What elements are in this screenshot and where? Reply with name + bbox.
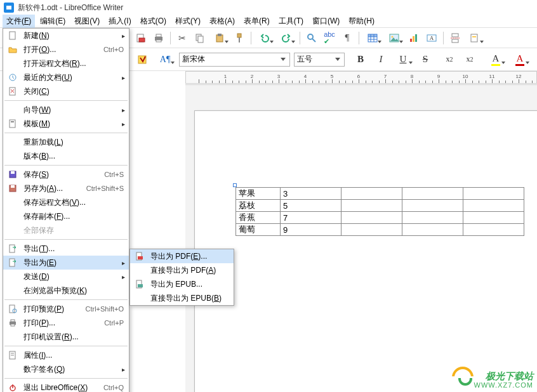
table-cell[interactable] — [341, 200, 402, 212]
bold-button[interactable]: B — [352, 52, 369, 67]
menu-styles[interactable]: 样式(Y) — [171, 15, 204, 28]
strike-button[interactable]: S — [417, 52, 434, 67]
submenu-export-epub[interactable]: 导出为 EPUB... — [130, 277, 234, 291]
insert-field-icon[interactable] — [465, 30, 484, 46]
menu-file[interactable]: 文件(F) — [3, 15, 35, 28]
italic-button[interactable]: I — [373, 52, 389, 67]
menu-properties[interactable]: 属性(I)... — [3, 348, 129, 362]
document-table[interactable]: 苹果3荔枝5香蕉7葡萄9 — [235, 187, 524, 236]
table-cell[interactable]: 9 — [281, 224, 341, 236]
table-cell[interactable] — [463, 200, 524, 212]
insert-textbox-icon[interactable]: A — [424, 30, 439, 46]
menu-wizard[interactable]: 向导(W)▸ — [3, 103, 129, 117]
folder-open-icon — [7, 44, 18, 55]
menu-open[interactable]: 打开(O)...Ctrl+O — [3, 42, 129, 56]
insert-pagebreak-icon[interactable] — [448, 30, 463, 46]
table-cell[interactable] — [402, 200, 463, 212]
menu-view[interactable]: 视图(V) — [70, 15, 103, 28]
submenu-direct-epub[interactable]: 直接导出为 EPUB(B) — [130, 291, 234, 305]
paste-icon[interactable] — [210, 30, 229, 46]
menu-save[interactable]: 保存(S)Ctrl+S — [3, 167, 129, 181]
document-area[interactable]: 苹果3荔枝5香蕉7葡萄9 — [185, 85, 537, 392]
submenu-direct-pdf[interactable]: 直接导出为 PDF(A) — [130, 263, 234, 277]
separator — [4, 346, 128, 346]
table-row[interactable]: 葡萄9 — [236, 224, 524, 236]
superscript-button[interactable]: x2 — [441, 52, 458, 67]
subscript-button[interactable]: x2 — [461, 52, 478, 67]
table-cell[interactable] — [341, 212, 402, 224]
menu-preview-browser[interactable]: 在浏览器中预览(K) — [3, 284, 129, 297]
menu-table[interactable]: 表格(A) — [206, 15, 239, 28]
menu-template[interactable]: 模板(M)▸ — [3, 117, 129, 131]
new-style-icon[interactable]: A¶ — [155, 52, 175, 67]
table-cell[interactable]: 7 — [281, 212, 341, 224]
menu-close[interactable]: 关闭(C) — [3, 84, 129, 98]
menu-form[interactable]: 表单(R) — [240, 15, 274, 28]
menu-save-copy[interactable]: 保存副本(F)... — [3, 209, 129, 223]
redo-icon[interactable] — [277, 30, 296, 46]
underline-button[interactable]: U — [393, 52, 413, 67]
font-name-combo[interactable]: 新宋体 — [179, 53, 290, 67]
power-icon — [7, 382, 18, 392]
copy-icon[interactable] — [192, 30, 208, 46]
menu-version[interactable]: 版本(B)... — [3, 149, 129, 163]
menu-open-remote[interactable]: 打开远程文档(R)... — [3, 56, 129, 70]
clone-format-icon[interactable] — [232, 30, 247, 46]
menu-save-remote[interactable]: 保存远程文档(V)... — [3, 195, 129, 209]
menu-printer-settings[interactable]: 打印机设置(R)... — [3, 330, 129, 344]
insert-table-icon[interactable] — [363, 30, 382, 46]
menu-tools[interactable]: 工具(T) — [275, 15, 307, 28]
svg-rect-10 — [239, 37, 240, 42]
menu-reload[interactable]: 重新加载(L) — [3, 135, 129, 149]
menu-send[interactable]: 发送(D)▸ — [3, 270, 129, 284]
menu-print[interactable]: 打印(P)...Ctrl+P — [3, 316, 129, 330]
font-color-button[interactable]: A — [510, 52, 530, 67]
table-row[interactable]: 苹果3 — [236, 188, 524, 200]
cut-icon[interactable]: ✂ — [175, 30, 190, 46]
table-cell[interactable]: 3 — [281, 188, 341, 200]
table-cell[interactable]: 葡萄 — [236, 224, 281, 236]
formatting-marks-icon[interactable]: ¶ — [340, 30, 355, 46]
horizontal-ruler[interactable]: 12345678910111213 — [185, 71, 537, 84]
table-cell[interactable]: 5 — [281, 200, 341, 212]
insert-chart-icon[interactable] — [406, 30, 421, 46]
menu-window[interactable]: 窗口(W) — [308, 15, 343, 28]
table-row[interactable]: 荔枝5 — [236, 200, 524, 212]
menu-help[interactable]: 帮助(H) — [345, 15, 378, 28]
table-cell[interactable] — [463, 188, 524, 200]
submenu-export-pdf[interactable]: 导出为 PDF(E)... — [130, 249, 234, 263]
table-cell[interactable] — [402, 212, 463, 224]
table-cell[interactable] — [341, 224, 402, 236]
update-style-icon[interactable] — [135, 52, 151, 67]
svg-rect-3 — [156, 34, 161, 37]
menu-print-preview[interactable]: 打印预览(P)Ctrl+Shift+O — [3, 302, 129, 316]
menu-new[interactable]: 新建(N)▸ — [3, 29, 129, 42]
table-row[interactable]: 香蕉7 — [236, 212, 524, 224]
font-size-combo[interactable]: 五号 — [294, 53, 345, 67]
menu-insert[interactable]: 插入(I) — [105, 15, 135, 28]
highlight-color-button[interactable]: A — [486, 52, 506, 67]
export-pdf-icon[interactable] — [133, 30, 149, 46]
menu-exit[interactable]: 退出 LibreOffice(X)Ctrl+Q — [3, 381, 129, 392]
menu-format[interactable]: 格式(O) — [136, 15, 170, 28]
insert-image-icon[interactable] — [385, 30, 404, 46]
menu-export[interactable]: 导出(T)... — [3, 242, 129, 256]
table-cell[interactable]: 荔枝 — [236, 200, 281, 212]
table-cell[interactable] — [341, 188, 402, 200]
menu-digital-sig[interactable]: 数字签名(Q)▸ — [3, 362, 129, 376]
menu-export-as[interactable]: 导出为(E)▸ — [3, 256, 129, 270]
spellcheck-icon[interactable]: abc✔ — [322, 30, 337, 46]
print-direct-icon[interactable] — [151, 30, 166, 46]
table-cell[interactable] — [463, 212, 524, 224]
table-cell[interactable]: 苹果 — [236, 188, 281, 200]
undo-icon[interactable] — [255, 30, 274, 46]
menu-saveas[interactable]: 另存为(A)...Ctrl+Shift+S — [3, 181, 129, 195]
menu-edit[interactable]: 编辑(E) — [36, 15, 69, 28]
svg-rect-21 — [410, 39, 412, 42]
table-cell[interactable]: 香蕉 — [236, 212, 281, 224]
table-cell[interactable] — [402, 188, 463, 200]
menu-recent[interactable]: 最近的文档(U)▸ — [3, 70, 129, 84]
table-cell[interactable] — [402, 224, 463, 236]
find-icon[interactable] — [304, 30, 319, 46]
table-cell[interactable] — [463, 224, 524, 236]
